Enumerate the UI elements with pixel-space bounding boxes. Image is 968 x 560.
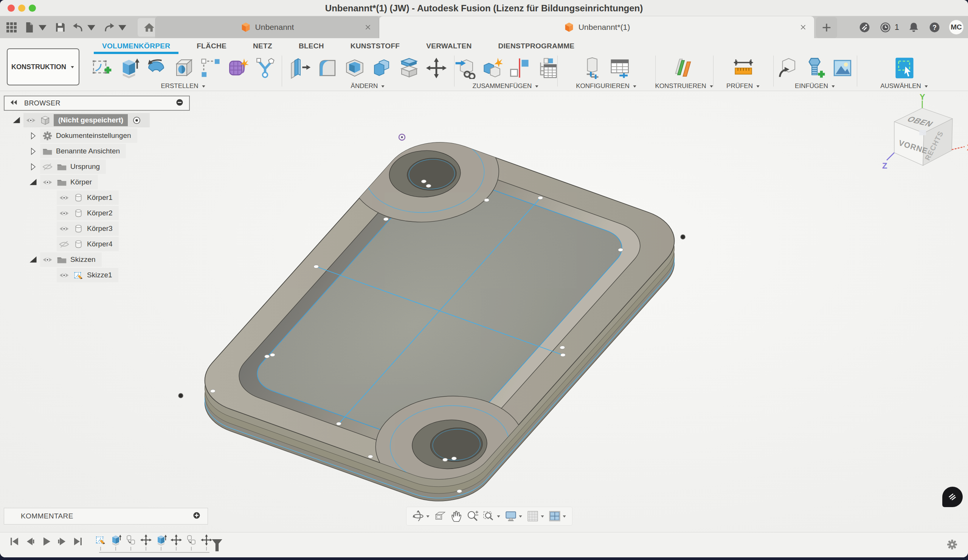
redo-icon[interactable] (103, 21, 129, 34)
ribbon-tab-volumenkörper[interactable]: VOLUMENKÖRPER (91, 38, 181, 54)
browser-item-label[interactable]: Körper3 (87, 225, 113, 233)
go-to-start-icon[interactable] (8, 535, 20, 549)
browser-row-pill[interactable]: (Nicht gespeichert) (23, 113, 150, 127)
ribbon-tab-blech[interactable]: BLECH (287, 38, 335, 54)
timeline-feature-7[interactable] (184, 534, 199, 550)
model-body[interactable] (146, 109, 728, 513)
eye-icon[interactable] (40, 176, 55, 188)
browser-row-pill[interactable]: Dokumenteinstellungen (40, 129, 137, 143)
add-comment-button[interactable] (192, 510, 207, 522)
browser-item-label[interactable]: Benannte Ansichten (56, 147, 120, 155)
display-settings-icon[interactable] (504, 510, 523, 523)
timeline-feature-5[interactable] (154, 534, 169, 550)
eye-icon[interactable] (40, 253, 55, 266)
eye-icon[interactable] (57, 207, 71, 220)
ribbon-tab-kunststoff[interactable]: KUNSTSTOFF (339, 38, 411, 54)
ribbon-group-dropdown[interactable]: EINFÜGEN (795, 82, 835, 90)
job-status-icon[interactable] (879, 21, 892, 34)
tri-expanded-icon[interactable] (9, 114, 23, 127)
ribbon-group-dropdown[interactable]: ZUSAMMENFÜGEN (472, 82, 540, 90)
ribbon-group-dropdown[interactable]: PRÜFEN (726, 82, 761, 90)
press-pull-icon[interactable] (287, 54, 314, 82)
browser-row-pill[interactable]: Ursprung (40, 159, 106, 174)
viewcube-corner-highlight[interactable] (919, 130, 926, 135)
timeline-settings-gear[interactable] (946, 539, 958, 552)
browser-row-pill[interactable]: Skizzen (40, 253, 102, 267)
fillet-icon[interactable] (314, 54, 341, 82)
viewcube[interactable]: OBEN VORNE RECHTS Y X Z (882, 92, 968, 170)
shell-icon[interactable] (341, 54, 368, 82)
new-document-tab-button[interactable] (816, 17, 837, 38)
configure-icon[interactable] (579, 54, 607, 82)
revolve-icon[interactable] (143, 54, 170, 82)
extensions-icon[interactable] (859, 21, 871, 34)
eye-off-icon[interactable] (40, 160, 55, 173)
go-to-end-icon[interactable] (72, 535, 84, 549)
file-new-icon[interactable] (23, 21, 49, 34)
configuration-table-icon[interactable] (607, 54, 634, 82)
browser-item-label[interactable]: Körper4 (87, 240, 113, 248)
grid-settings-icon[interactable] (526, 510, 545, 523)
combine-icon[interactable] (368, 54, 396, 82)
split-body-icon[interactable] (396, 54, 423, 82)
eye-icon[interactable] (23, 114, 38, 127)
measure-icon[interactable] (730, 54, 757, 82)
document-tab-2[interactable]: Unbenannt*(1) (379, 16, 814, 38)
step-back-icon[interactable] (24, 535, 36, 549)
tri-collapsed-icon[interactable] (26, 160, 40, 173)
orbit-icon[interactable] (412, 510, 430, 523)
ribbon-group-dropdown[interactable]: ÄNDERN (351, 82, 386, 90)
close-icon[interactable] (799, 23, 807, 31)
eye-off-icon[interactable] (57, 238, 71, 251)
move-icon[interactable] (423, 54, 450, 82)
timeline-position-marker[interactable] (210, 535, 224, 557)
browser-row-pill[interactable]: Körper2 (57, 206, 119, 220)
ribbon-tab-verwalten[interactable]: VERWALTEN (415, 38, 483, 54)
minus-circle-icon[interactable] (175, 97, 184, 109)
ribbon-group-dropdown[interactable]: AUSWÄHLEN (880, 82, 929, 90)
browser-item-label[interactable]: Körper (70, 178, 92, 186)
radio-target-icon[interactable] (129, 114, 144, 127)
browser-row-pill[interactable]: Skizze1 (57, 268, 118, 282)
comments-panel[interactable]: KOMMENTARE (4, 508, 208, 524)
eye-icon[interactable] (57, 191, 71, 204)
avatar[interactable]: MC (949, 20, 963, 35)
tri-expanded-icon[interactable] (26, 253, 40, 266)
browser-row-pill[interactable]: Körper4 (57, 237, 119, 251)
browser-item-label[interactable]: (Nicht gespeichert) (54, 114, 128, 126)
form-icon[interactable] (224, 54, 252, 82)
timeline-feature-1[interactable] (93, 534, 108, 550)
tri-expanded-icon[interactable] (26, 176, 40, 188)
browser-item-label[interactable]: Körper2 (87, 209, 113, 217)
app-grid-icon[interactable] (5, 21, 18, 34)
browser-item-label[interactable]: Ursprung (70, 162, 100, 171)
notifications-icon[interactable] (907, 21, 920, 34)
zoom-icon[interactable] (466, 510, 479, 523)
browser-row-pill[interactable]: Körper1 (57, 190, 119, 205)
tri-collapsed-icon[interactable] (26, 145, 40, 158)
derive-icon[interactable] (774, 54, 802, 82)
axis-y-label[interactable]: Y (920, 92, 925, 102)
browser-row-pill[interactable]: Körper (40, 175, 98, 189)
close-icon[interactable] (364, 23, 372, 31)
construction-plane-icon[interactable] (671, 54, 698, 82)
fastener-icon[interactable] (802, 54, 829, 82)
browser-row-pill[interactable]: Benannte Ansichten (40, 144, 126, 158)
viewports-icon[interactable] (548, 510, 567, 523)
timeline-feature-6[interactable] (169, 534, 184, 550)
play-icon[interactable] (40, 535, 52, 549)
ribbon-group-dropdown[interactable]: KONFIGURIEREN (576, 82, 637, 90)
chat-bubble-icon[interactable] (942, 487, 963, 507)
tri-collapsed-icon[interactable] (26, 129, 40, 142)
undo-icon[interactable] (72, 21, 98, 34)
bom-icon[interactable] (533, 54, 560, 82)
new-component-icon[interactable] (479, 54, 506, 82)
viewport[interactable]: OBEN VORNE RECHTS Y X Z BROWSER (N (0, 91, 968, 532)
image-icon[interactable] (829, 54, 856, 82)
chevrons-left-icon[interactable] (9, 97, 19, 109)
step-forward-icon[interactable] (56, 535, 68, 549)
konstruktion-dropdown[interactable]: KONSTRUKTION (7, 48, 80, 85)
help-icon[interactable]: ? (928, 21, 941, 34)
ribbon-tab-dienstprogramme[interactable]: DIENSTPROGRAMME (487, 38, 586, 54)
save-icon[interactable] (54, 21, 66, 34)
